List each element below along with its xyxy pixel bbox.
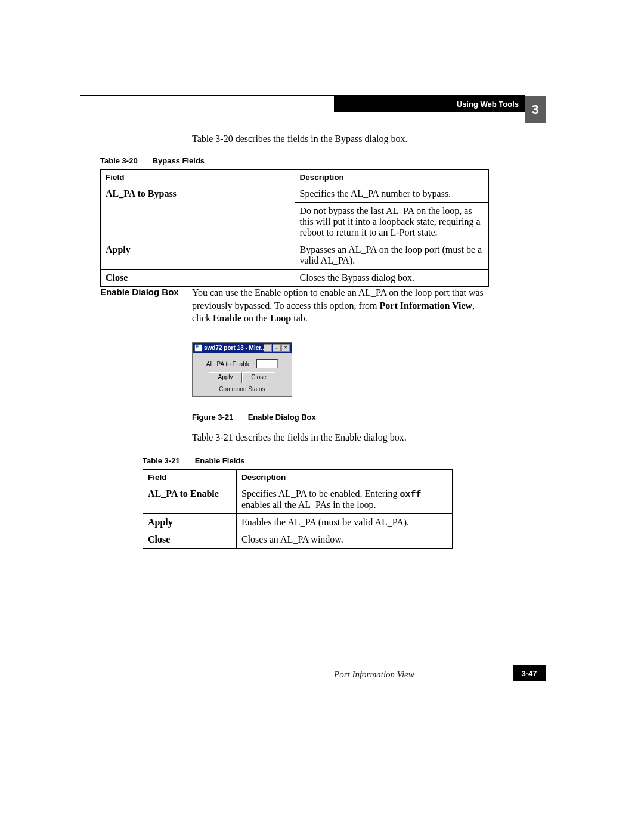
- table-row: AL_PA to Enable Specifies AL_PA to be en…: [143, 485, 453, 514]
- ie-icon: [194, 344, 202, 352]
- enable-dialog-screenshot: swd72 port 13 - Micr... _ □ × AL_PA to E…: [192, 342, 292, 397]
- enable-section-paragraph: You can use the Enable option to enable …: [192, 286, 487, 325]
- alpa-enable-label: AL_PA to Enable :: [206, 361, 254, 367]
- table-3-21-header-row: Field Description: [143, 470, 453, 485]
- chapter-number: 3: [531, 102, 538, 117]
- text: Specifies AL_PA to be enabled. Entering: [242, 488, 400, 498]
- cell-field: AL_PA to Bypass: [101, 185, 295, 241]
- table-row: Apply Enables the AL_PA (must be valid A…: [143, 514, 453, 531]
- maximize-icon: □: [273, 344, 281, 352]
- alpa-enable-input: [256, 359, 278, 368]
- cell-desc: Specifies the AL_PA number to bypass.: [295, 185, 489, 203]
- chapter-tab: 3: [525, 96, 546, 123]
- cell-desc: Do not bypass the last AL_PA on the loop…: [295, 203, 489, 241]
- header-section-bar: Using Web Tools: [334, 96, 525, 112]
- cell-field: Close: [101, 270, 295, 287]
- text: enables all the AL_PAs in the loop.: [242, 500, 376, 510]
- footer-page-number: 3-47: [513, 665, 546, 681]
- close-button: Close: [242, 372, 275, 383]
- table-3-20: Field Description AL_PA to Bypass Specif…: [100, 169, 489, 287]
- enable-section-label: Enable Dialog Box: [100, 287, 179, 297]
- apply-button: Apply: [209, 372, 242, 383]
- intro-paragraph-1: Table 3-20 describes the fields in the B…: [192, 132, 407, 145]
- col-description: Description: [295, 170, 489, 185]
- table-3-20-header-row: Field Description: [101, 170, 489, 185]
- col-field: Field: [143, 470, 237, 485]
- cell-field: Apply: [101, 241, 295, 270]
- figure-3-21-caption: Figure 3-21 Enable Dialog Box: [192, 413, 316, 422]
- minimize-icon: _: [264, 344, 272, 352]
- bold-text: Loop: [270, 313, 292, 323]
- page-number-text: 3-47: [521, 669, 537, 678]
- cell-desc: Closes the Bypass dialog box.: [295, 270, 489, 287]
- cell-desc: Specifies AL_PA to be enabled. Entering …: [237, 485, 453, 514]
- table-3-20-title: Bypass Fields: [153, 156, 205, 165]
- figure-number: Figure 3-21: [192, 413, 246, 422]
- bold-text: Port Information View: [380, 301, 473, 311]
- intro-paragraph-2: Table 3-21 describes the fields in the E…: [192, 432, 407, 443]
- col-description: Description: [237, 470, 453, 485]
- table-3-21: Field Description AL_PA to Enable Specif…: [143, 469, 453, 549]
- cell-field: Close: [143, 531, 237, 549]
- header-section-text: Using Web Tools: [457, 100, 519, 109]
- table-row: Apply Bypasses an AL_PA on the loop port…: [101, 241, 489, 270]
- code-text: oxff: [400, 490, 422, 500]
- table-3-21-title: Enable Fields: [195, 456, 245, 465]
- text: on the: [242, 313, 270, 323]
- cell-field: Apply: [143, 514, 237, 531]
- cell-field: AL_PA to Enable: [143, 485, 237, 514]
- table-row: Close Closes an AL_PA window.: [143, 531, 453, 549]
- col-field: Field: [101, 170, 295, 185]
- table-3-20-caption: Table 3-20 Bypass Fields: [100, 156, 205, 165]
- figure-title: Enable Dialog Box: [248, 413, 316, 422]
- text: tab.: [291, 313, 308, 323]
- table-3-21-number: Table 3-21: [143, 456, 193, 465]
- cell-desc: Bypasses an AL_PA on the loop port (must…: [295, 241, 489, 270]
- cell-desc: Enables the AL_PA (must be valid AL_PA).: [237, 514, 453, 531]
- table-row: AL_PA to Bypass Specifies the AL_PA numb…: [101, 185, 489, 203]
- command-status-text: Command Status: [196, 386, 288, 392]
- close-icon: ×: [281, 344, 290, 352]
- dialog-titlebar: swd72 port 13 - Micr... _ □ ×: [193, 343, 292, 353]
- dialog-title-text: swd72 port 13 - Micr...: [204, 345, 264, 351]
- bold-text: Enable: [213, 313, 242, 323]
- footer-section-title: Port Information View: [334, 670, 414, 680]
- table-3-21-caption: Table 3-21 Enable Fields: [143, 456, 244, 465]
- table-row: Close Closes the Bypass dialog box.: [101, 270, 489, 287]
- cell-desc: Closes an AL_PA window.: [237, 531, 453, 549]
- table-3-20-number: Table 3-20: [100, 156, 150, 165]
